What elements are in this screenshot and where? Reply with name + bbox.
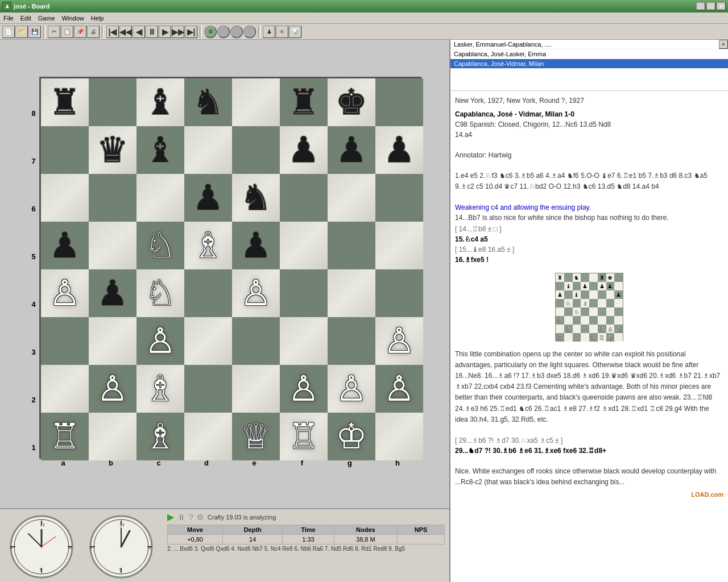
- last-button[interactable]: ▶|: [185, 26, 197, 38]
- options-button[interactable]: ⚙: [204, 26, 217, 38]
- square-d7[interactable]: [184, 126, 232, 174]
- square-h8[interactable]: [375, 78, 423, 126]
- square-e5[interactable]: ♟: [232, 222, 280, 269]
- square-h3[interactable]: ♙: [375, 317, 423, 365]
- minimize-button[interactable]: _: [696, 2, 705, 10]
- square-a2[interactable]: [41, 365, 89, 413]
- square-f1[interactable]: ♖: [280, 413, 328, 460]
- save-button[interactable]: 💾: [28, 26, 41, 38]
- square-a7[interactable]: [41, 126, 89, 174]
- square-b6[interactable]: [89, 174, 136, 222]
- copy-button[interactable]: 📋: [61, 26, 73, 38]
- square-d8[interactable]: ♞: [184, 78, 232, 126]
- new-button[interactable]: 📄: [2, 26, 15, 38]
- square-d5[interactable]: ♗: [184, 222, 232, 269]
- square-f2[interactable]: ♙: [280, 365, 328, 413]
- square-a3[interactable]: [41, 317, 89, 365]
- prev-fast-button[interactable]: ◀◀: [119, 26, 132, 38]
- menu-window[interactable]: Window: [59, 14, 88, 23]
- game-list-item-2[interactable]: Capablanca, José-Vidmar, Milan: [450, 59, 728, 69]
- game-list-item-0[interactable]: Lasker, Emmanuel-Capablanca, ....: [450, 40, 728, 49]
- square-b1[interactable]: [89, 413, 136, 460]
- first-button[interactable]: |◀: [106, 26, 119, 38]
- square-g7[interactable]: ♟: [328, 126, 375, 174]
- square-d3[interactable]: [184, 317, 232, 365]
- square-c7[interactable]: ♝: [136, 126, 184, 174]
- next-button[interactable]: ▶: [159, 26, 171, 38]
- paste-button[interactable]: 📌: [74, 26, 86, 38]
- prev-button[interactable]: ◀: [133, 26, 145, 38]
- square-f6[interactable]: [280, 174, 328, 222]
- game-list[interactable]: Lasker, Emmanuel-Capablanca, .... Capabl…: [450, 40, 728, 91]
- square-g4[interactable]: [328, 269, 375, 317]
- square-b4[interactable]: ♟: [89, 269, 136, 317]
- square-h6[interactable]: [375, 174, 423, 222]
- circle1-button[interactable]: [217, 26, 230, 38]
- square-f7[interactable]: ♟: [280, 126, 328, 174]
- square-d6[interactable]: ♟: [184, 174, 232, 222]
- square-c3[interactable]: ♙: [136, 317, 184, 365]
- square-h1[interactable]: [375, 413, 423, 460]
- square-e7[interactable]: [232, 126, 280, 174]
- game-list-item-1[interactable]: Capablanca, José-Lasker, Emma: [450, 49, 728, 59]
- settings-button[interactable]: ⚙: [197, 513, 204, 522]
- square-b5[interactable]: [89, 222, 136, 269]
- square-b7[interactable]: ♛: [89, 126, 136, 174]
- square-d4[interactable]: [184, 269, 232, 317]
- square-c1[interactable]: ♗: [136, 413, 184, 460]
- square-f3[interactable]: [280, 317, 328, 365]
- game-list-close-button[interactable]: ×: [719, 40, 728, 49]
- open-button[interactable]: 📂: [15, 26, 28, 38]
- square-c8[interactable]: ♝: [136, 78, 184, 126]
- pause-button[interactable]: ⏸: [177, 513, 185, 522]
- square-a4[interactable]: ♙: [41, 269, 89, 317]
- square-a6[interactable]: [41, 174, 89, 222]
- square-f4[interactable]: [280, 269, 328, 317]
- toolbar-btn2[interactable]: 📊: [289, 26, 301, 38]
- square-g3[interactable]: [328, 317, 375, 365]
- square-g8[interactable]: ♚: [328, 78, 375, 126]
- cut-button[interactable]: ✂: [48, 26, 60, 38]
- square-e6[interactable]: ♞: [232, 174, 280, 222]
- print-button[interactable]: 🖨: [87, 26, 100, 38]
- square-c6[interactable]: [136, 174, 184, 222]
- square-f8[interactable]: ♜: [280, 78, 328, 126]
- square-g6[interactable]: [328, 174, 375, 222]
- menu-file[interactable]: File: [0, 14, 17, 23]
- square-e2[interactable]: [232, 365, 280, 413]
- menu-help[interactable]: Help: [88, 14, 107, 23]
- annotation-area[interactable]: New York, 1927, New York, Round ?, 1927 …: [450, 91, 728, 582]
- square-g2[interactable]: ♙: [328, 365, 375, 413]
- square-e4[interactable]: ♙: [232, 269, 280, 317]
- next-fast-button[interactable]: ▶▶: [172, 26, 184, 38]
- square-d1[interactable]: [184, 413, 232, 460]
- square-g5[interactable]: [328, 222, 375, 269]
- maximize-button[interactable]: □: [706, 2, 715, 10]
- menu-edit[interactable]: Edit: [17, 14, 35, 23]
- square-h5[interactable]: [375, 222, 423, 269]
- square-b2[interactable]: ♙: [89, 365, 136, 413]
- help-button[interactable]: ?: [189, 513, 193, 522]
- toolbar-btn1[interactable]: ≡: [276, 26, 288, 38]
- square-a1[interactable]: ♖: [41, 413, 89, 460]
- stop-button[interactable]: ⏸: [146, 26, 158, 38]
- chess-board[interactable]: ♜♝♞♜♚♛♝♟♟♟♟♞♟♘♗♟♙♟♘♙♙♙♙♗♙♙♙♖♗♕♖♔: [39, 77, 421, 459]
- play-button[interactable]: ▶: [167, 512, 174, 522]
- circle3-button[interactable]: [243, 26, 256, 38]
- square-f5[interactable]: [280, 222, 328, 269]
- square-a8[interactable]: ♜: [41, 78, 89, 126]
- circle2-button[interactable]: [230, 26, 243, 38]
- square-g1[interactable]: ♔: [328, 413, 375, 460]
- square-h2[interactable]: ♙: [375, 365, 423, 413]
- square-e1[interactable]: ♕: [232, 413, 280, 460]
- square-d2[interactable]: [184, 365, 232, 413]
- square-c4[interactable]: ♘: [136, 269, 184, 317]
- menu-game[interactable]: Game: [35, 14, 59, 23]
- square-c5[interactable]: ♘: [136, 222, 184, 269]
- square-e3[interactable]: [232, 317, 280, 365]
- square-b3[interactable]: [89, 317, 136, 365]
- square-c2[interactable]: ♗: [136, 365, 184, 413]
- square-h7[interactable]: ♟: [375, 126, 423, 174]
- square-a5[interactable]: ♟: [41, 222, 89, 269]
- square-e8[interactable]: [232, 78, 280, 126]
